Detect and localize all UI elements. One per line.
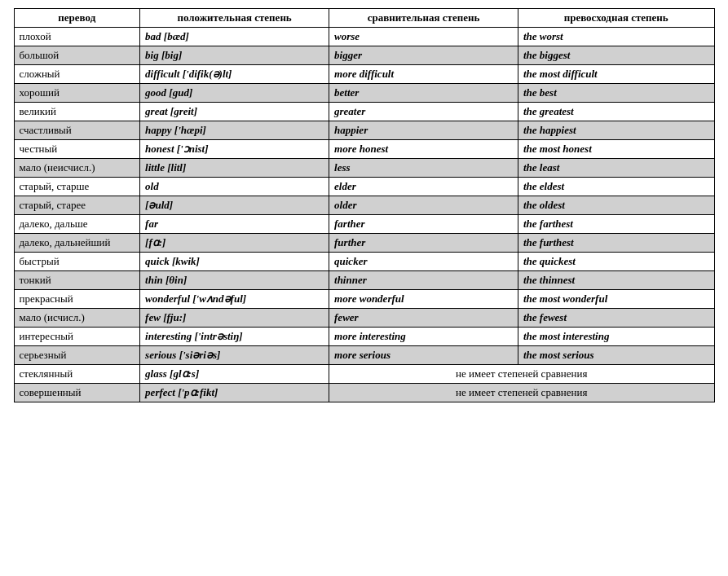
table-row: мало (исчисл.)few [fju:]fewerthe fewest xyxy=(14,309,714,328)
cell-superlative: the furthest xyxy=(518,234,714,253)
cell-positive: great [greit] xyxy=(140,103,329,121)
cell-superlative: the quickest xyxy=(518,253,714,271)
table-row: счастливыйhappy ['hæpi]happierthe happie… xyxy=(14,121,714,140)
cell-comparative: better xyxy=(329,84,518,103)
adjectives-table: перевод положительная степень сравнитель… xyxy=(14,8,715,402)
cell-russian: старый, старее xyxy=(14,196,140,215)
cell-russian: быстрый xyxy=(14,253,140,271)
cell-positive: interesting ['intrəstiŋ] xyxy=(140,328,329,346)
cell-russian: интересный xyxy=(14,328,140,346)
cell-positive: thin [θin] xyxy=(140,271,329,290)
cell-positive: quick [kwik] xyxy=(140,253,329,271)
cell-superlative: the most honest xyxy=(518,140,714,159)
cell-comparative: more honest xyxy=(329,140,518,159)
cell-russian: хороший xyxy=(14,84,140,103)
cell-russian: честный xyxy=(14,140,140,159)
cell-superlative: the greatest xyxy=(518,103,714,121)
cell-superlative: the least xyxy=(518,159,714,178)
cell-superlative: the oldest xyxy=(518,196,714,215)
table-row: серьезныйserious ['siəriəs]more serioust… xyxy=(14,346,714,365)
table-header: перевод положительная степень сравнитель… xyxy=(14,9,714,28)
cell-positive: [əuld] xyxy=(140,196,329,215)
cell-no-degree: не имеет степеней сравнения xyxy=(329,365,714,384)
table-row: честныйhonest ['ɔnist]more honestthe mos… xyxy=(14,140,714,159)
header-superlative: превосходная степень xyxy=(518,9,714,28)
cell-russian: старый, старше xyxy=(14,178,140,196)
cell-positive: old xyxy=(140,178,329,196)
table-row: хорошийgood [gud]betterthe best xyxy=(14,84,714,103)
cell-comparative: less xyxy=(329,159,518,178)
table-row: старый, старее[əuld]olderthe oldest xyxy=(14,196,714,215)
cell-russian: мало (исчисл.) xyxy=(14,309,140,328)
cell-russian: мало (неисчисл.) xyxy=(14,159,140,178)
cell-russian: большой xyxy=(14,46,140,65)
table-row: плохойbad [bæd]worsethe worst xyxy=(14,28,714,46)
cell-superlative: the worst xyxy=(518,28,714,46)
cell-comparative: older xyxy=(329,196,518,215)
cell-positive: few [fju:] xyxy=(140,309,329,328)
table-row: далеко, дальнейший[fɑ:]furtherthe furthe… xyxy=(14,234,714,253)
cell-comparative: fewer xyxy=(329,309,518,328)
cell-superlative: the most serious xyxy=(518,346,714,365)
table-row: старый, старшеoldelderthe eldest xyxy=(14,178,714,196)
header-positive: положительная степень xyxy=(140,9,329,28)
cell-comparative: farther xyxy=(329,215,518,234)
cell-positive: wonderful ['wʌndəful] xyxy=(140,290,329,309)
cell-positive: honest ['ɔnist] xyxy=(140,140,329,159)
cell-superlative: the most interesting xyxy=(518,328,714,346)
cell-comparative: bigger xyxy=(329,46,518,65)
cell-russian: великий xyxy=(14,103,140,121)
cell-comparative: more difficult xyxy=(329,65,518,84)
cell-comparative: greater xyxy=(329,103,518,121)
cell-superlative: the biggest xyxy=(518,46,714,65)
table-row: тонкийthin [θin]thinnerthe thinnest xyxy=(14,271,714,290)
cell-comparative: worse xyxy=(329,28,518,46)
cell-superlative: the happiest xyxy=(518,121,714,140)
table-row: прекрасныйwonderful ['wʌndəful]more wond… xyxy=(14,290,714,309)
cell-comparative: thinner xyxy=(329,271,518,290)
table-row: интересныйinteresting ['intrəstiŋ]more i… xyxy=(14,328,714,346)
cell-russian: серьезный xyxy=(14,346,140,365)
header-translate: перевод xyxy=(14,9,140,28)
cell-russian: далеко, дальше xyxy=(14,215,140,234)
table-row: большойbig [big]biggerthe biggest xyxy=(14,46,714,65)
cell-comparative: quicker xyxy=(329,253,518,271)
cell-russian: тонкий xyxy=(14,271,140,290)
cell-superlative: the farthest xyxy=(518,215,714,234)
cell-comparative: more serious xyxy=(329,346,518,365)
cell-russian: счастливый xyxy=(14,121,140,140)
table-row: сложныйdifficult ['difik(ə)lt]more diffi… xyxy=(14,65,714,84)
cell-positive: [fɑ:] xyxy=(140,234,329,253)
cell-positive: good [gud] xyxy=(140,84,329,103)
cell-superlative: the thinnest xyxy=(518,271,714,290)
cell-russian: сложный xyxy=(14,65,140,84)
cell-positive: far xyxy=(140,215,329,234)
cell-positive: difficult ['difik(ə)lt] xyxy=(140,65,329,84)
cell-positive: glass [glɑ:s] xyxy=(140,365,329,384)
cell-positive: big [big] xyxy=(140,46,329,65)
cell-positive: happy ['hæpi] xyxy=(140,121,329,140)
header-comparative: сравнительная степень xyxy=(329,9,518,28)
cell-no-degree: не имеет степеней сравнения xyxy=(329,384,714,402)
table-row: совершенныйperfect ['pɑ:fikt]не имеет ст… xyxy=(14,384,714,402)
cell-comparative: more interesting xyxy=(329,328,518,346)
table-row: далеко, дальшеfarfartherthe farthest xyxy=(14,215,714,234)
cell-russian: далеко, дальнейший xyxy=(14,234,140,253)
cell-positive: little [litl] xyxy=(140,159,329,178)
cell-comparative: happier xyxy=(329,121,518,140)
table-row: великийgreat [greit]greaterthe greatest xyxy=(14,103,714,121)
cell-comparative: further xyxy=(329,234,518,253)
table-row: мало (неисчисл.)little [litl]lessthe lea… xyxy=(14,159,714,178)
cell-positive: bad [bæd] xyxy=(140,28,329,46)
cell-positive: serious ['siəriəs] xyxy=(140,346,329,365)
cell-russian: стеклянный xyxy=(14,365,140,384)
table-row: стеклянныйglass [glɑ:s]не имеет степеней… xyxy=(14,365,714,384)
cell-comparative: more wonderful xyxy=(329,290,518,309)
cell-superlative: the fewest xyxy=(518,309,714,328)
cell-russian: плохой xyxy=(14,28,140,46)
cell-russian: прекрасный xyxy=(14,290,140,309)
cell-russian: совершенный xyxy=(14,384,140,402)
cell-superlative: the eldest xyxy=(518,178,714,196)
cell-superlative: the most difficult xyxy=(518,65,714,84)
table-row: быстрыйquick [kwik]quickerthe quickest xyxy=(14,253,714,271)
